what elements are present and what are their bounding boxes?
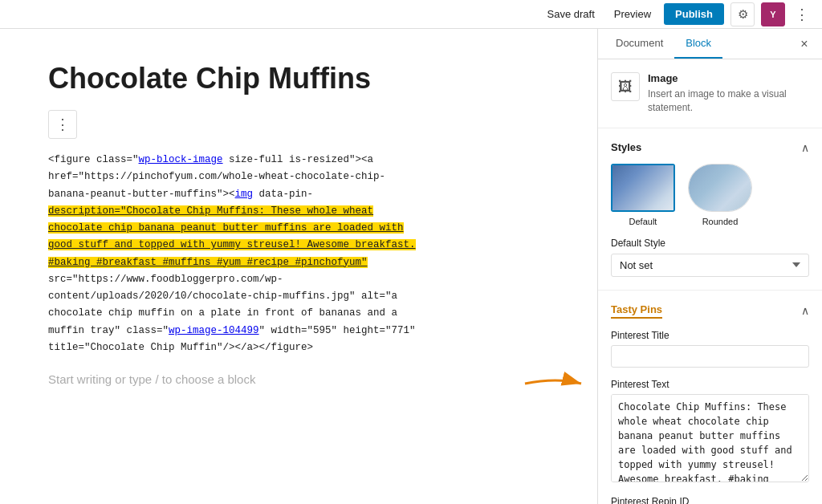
yoast-icon[interactable]: Y xyxy=(761,2,785,26)
styles-title: Styles xyxy=(611,141,641,153)
sidebar: Document Block × 🖼 Image Insert an image… xyxy=(597,29,822,504)
code-block[interactable]: <figure class="wp-block-image size-full … xyxy=(48,152,549,356)
default-style-field-label: Default Style xyxy=(611,238,809,249)
image-block-icon: 🖼 xyxy=(611,72,640,101)
preview-button[interactable]: Preview xyxy=(608,5,657,23)
post-title[interactable]: Chocolate Chip Muffins xyxy=(48,61,549,96)
pinterest-text-textarea[interactable]: Chocolate Chip Muffins: These whole whea… xyxy=(611,394,809,482)
sidebar-tabs: Document Block × xyxy=(598,29,822,59)
tab-block[interactable]: Block xyxy=(674,29,722,59)
block-header: 🖼 Image Insert an image to make a visual… xyxy=(611,72,809,115)
styles-header: Styles ∧ xyxy=(611,141,809,154)
block-title: Image xyxy=(648,72,809,84)
rounded-style-label: Rounded xyxy=(702,217,739,226)
block-info: Image Insert an image to make a visual s… xyxy=(648,72,809,115)
default-style-select[interactable]: Not set xyxy=(611,254,809,277)
tasty-pins-header: Tasty Pins ∧ xyxy=(611,303,809,319)
styles-section: Styles ∧ Default Rounded Default Style xyxy=(598,128,822,291)
style-option-rounded[interactable]: Rounded xyxy=(688,164,752,226)
default-style-thumbnail xyxy=(611,164,675,212)
pinterest-text-label: Pinterest Text xyxy=(611,379,809,390)
rounded-style-thumbnail xyxy=(688,164,752,212)
tab-document[interactable]: Document xyxy=(604,29,674,59)
default-style-label: Default xyxy=(629,217,657,226)
styles-toggle-icon[interactable]: ∧ xyxy=(801,141,809,154)
toolbar: Save draft Preview Publish ⚙ Y ⋮ xyxy=(0,0,822,29)
tasty-pins-toggle-icon[interactable]: ∧ xyxy=(801,304,809,317)
tasty-pins-section: Tasty Pins ∧ Pinterest Title Pinterest T… xyxy=(598,291,822,504)
block-description: Insert an image to make a visual stateme… xyxy=(648,87,809,115)
close-sidebar-button[interactable]: × xyxy=(793,33,816,55)
save-draft-button[interactable]: Save draft xyxy=(541,5,601,23)
block-info-section: 🖼 Image Insert an image to make a visual… xyxy=(598,59,822,128)
pinterest-title-input[interactable] xyxy=(611,345,809,368)
settings-icon[interactable]: ⚙ xyxy=(730,2,755,26)
placeholder-text[interactable]: Start writing or type / to choose a bloc… xyxy=(48,372,549,386)
more-options-icon[interactable]: ⋮ xyxy=(791,6,812,23)
pinterest-repin-id-label: Pinterest Repin ID xyxy=(611,496,809,504)
publish-button[interactable]: Publish xyxy=(664,3,724,25)
main-layout: Chocolate Chip Muffins ⋮ <figure class="… xyxy=(0,29,822,504)
tasty-pins-title: Tasty Pins xyxy=(611,303,662,319)
style-options: Default Rounded xyxy=(611,164,809,226)
editor-area: Chocolate Chip Muffins ⋮ <figure class="… xyxy=(0,29,597,504)
style-option-default[interactable]: Default xyxy=(611,164,675,226)
block-options-button[interactable]: ⋮ xyxy=(48,110,77,139)
pinterest-title-label: Pinterest Title xyxy=(611,330,809,341)
